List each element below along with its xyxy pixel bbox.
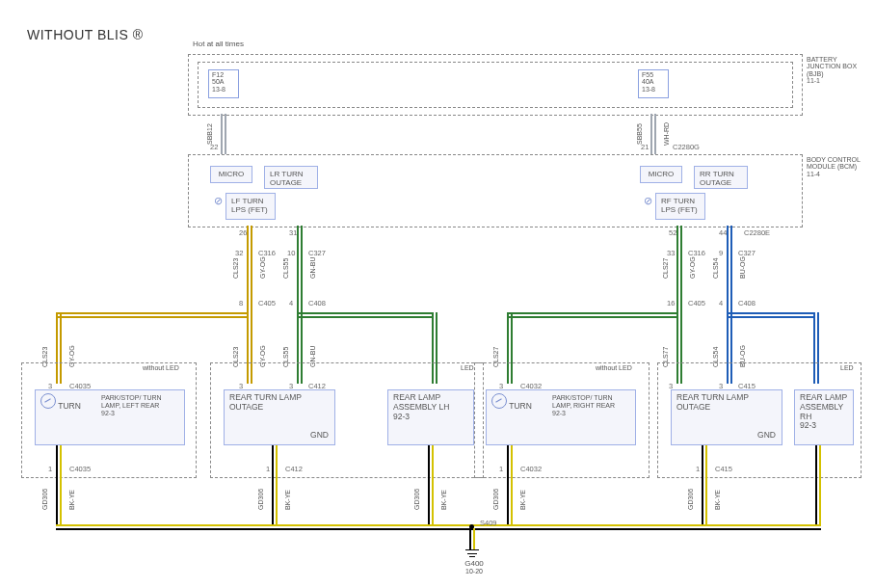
- c316-l: C316: [258, 249, 276, 257]
- rhassy-label: REAR LAMP ASSEMBLY RH: [800, 393, 848, 421]
- g4-ckt: GD306: [492, 478, 499, 521]
- g1-tag: without LED: [143, 364, 179, 371]
- bcm-lf-fet: LF TURN LPS (FET): [225, 193, 276, 220]
- bjb-ref: 11-1: [807, 77, 862, 84]
- rhassy-ref: 92-3: [800, 421, 848, 431]
- pin-c415-1: 1: [696, 465, 700, 473]
- gnd-3: [428, 445, 434, 524]
- c412-b: C412: [285, 465, 303, 473]
- wh-rd-ckt: WH-RD: [663, 118, 670, 150]
- run-tan-l: [58, 312, 249, 314]
- wire-sbb55: [650, 114, 656, 154]
- gnd-1: [56, 445, 62, 524]
- fet-icon-r: ⊘: [644, 195, 652, 207]
- wire-31: [297, 226, 303, 303]
- c2280g: C2280G: [673, 143, 700, 151]
- lhassy-ref: 92-3: [393, 413, 468, 422]
- g3-ckt: GD306: [413, 478, 420, 521]
- lamp-rh-out: REAR TURN LAMP OUTAGE GND: [671, 389, 782, 445]
- g5-ckt: GD306: [687, 478, 694, 521]
- lamp-rh-assy: REAR LAMP ASSEMBLY RH 92-3: [794, 389, 854, 445]
- c405-l: C405: [258, 299, 276, 307]
- c415-b: C415: [715, 465, 732, 473]
- wire-sbb12: [221, 114, 226, 154]
- g3-tag: without LED: [596, 364, 632, 371]
- c405-r: C405: [688, 299, 705, 307]
- bcm-ref: 11-4: [807, 171, 862, 177]
- g1-col: BK-YE: [68, 478, 75, 521]
- gnd-bus-b: [56, 528, 821, 530]
- lamp-left-rear: TURN PARK/STOP/ TURN LAMP, LEFT REAR 92-…: [35, 389, 185, 445]
- rr-label: PARK/STOP/ TURN LAMP, RIGHT REAR: [552, 394, 631, 410]
- fet-icon-l: ⊘: [214, 195, 223, 207]
- wire-44: [727, 226, 732, 303]
- c2280e: C2280E: [744, 228, 770, 237]
- pin-c412-1: 1: [266, 465, 270, 473]
- g4-tag: LED: [840, 364, 854, 371]
- rr-turn: TURN: [509, 401, 532, 411]
- lhout-gnd: GND: [310, 431, 329, 441]
- pin-c4035-1: 1: [48, 465, 52, 473]
- g5-col: BK-YE: [714, 478, 721, 521]
- c4032-b: C4032: [520, 465, 542, 473]
- g2-col: BK-YE: [284, 478, 291, 521]
- gnd-4: [507, 445, 513, 524]
- run-gn-r: [509, 312, 678, 314]
- earth-icon: [465, 549, 479, 550]
- bcm-micro-l: MICRO: [210, 166, 252, 183]
- pin-c316-32: 32: [235, 249, 243, 257]
- bcm-micro-r: MICRO: [640, 166, 682, 183]
- rhout-gnd: GND: [757, 431, 776, 441]
- bulb-icon: [40, 393, 56, 409]
- pin-c408-4: 4: [289, 299, 293, 307]
- bcm-label: BODY CONTROL MODULE (BCM) 11-4: [807, 156, 862, 177]
- pin-c316-33: 33: [667, 249, 675, 257]
- run-gn-l2: [299, 316, 434, 318]
- hot-label: Hot at all times: [193, 40, 244, 49]
- gnd-2: [272, 445, 278, 524]
- lhout-label: REAR TURN LAMP OUTAGE: [229, 393, 330, 413]
- c327-r: C327: [738, 249, 756, 257]
- c327-l: C327: [308, 249, 326, 257]
- pin-bjb-l: 22: [210, 143, 218, 151]
- gnd-6: [815, 445, 821, 524]
- lamp-lh-assy: REAR LAMP ASSEMBLY LH 92-3: [387, 389, 474, 445]
- bcm-name: BODY CONTROL MODULE (BCM): [807, 156, 862, 171]
- bjb-inner: [198, 62, 793, 108]
- lr-label: PARK/STOP/ TURN LAMP, LEFT REAR: [101, 394, 180, 410]
- rhout-label: REAR TURN LAMP OUTAGE: [676, 393, 777, 413]
- gnd-5: [702, 445, 707, 524]
- pin-c4032-1: 1: [499, 465, 503, 473]
- lamp-right-rear: TURN PARK/STOP/ TURN LAMP, RIGHT REAR 92…: [486, 389, 636, 445]
- rr-ref: 92-3: [552, 410, 631, 417]
- g4-col: BK-YE: [519, 478, 526, 521]
- g2-tag: LED: [461, 364, 474, 371]
- g1-ckt: GD306: [41, 478, 48, 521]
- run-tan-l2: [58, 316, 249, 318]
- g2-ckt: GD306: [257, 478, 264, 521]
- pin-c405-8: 8: [239, 299, 243, 307]
- lhassy-label: REAR LAMP ASSEMBLY LH: [393, 393, 468, 413]
- diagram-title: WITHOUT BLIS ®: [27, 27, 144, 42]
- bcm-rf-fet: RF TURN LPS (FET): [655, 193, 705, 220]
- gnd-stub: [469, 528, 475, 549]
- run-bu-r2: [729, 316, 815, 318]
- f55-text: F55 40A 13-8: [642, 71, 655, 93]
- lr-turn: TURN: [58, 401, 81, 411]
- bjb-name: BATTERY JUNCTION BOX (BJB): [807, 56, 862, 77]
- bulb-icon-r: [491, 393, 507, 409]
- bcm-rrout: RR TURN OUTAGE: [694, 166, 748, 189]
- f12-text: F12 50A 13-8: [212, 71, 225, 93]
- splice-label: S409: [480, 519, 497, 527]
- wire-52: [676, 226, 682, 303]
- bcm-lrout: LR TURN OUTAGE: [264, 166, 318, 189]
- pin-c327-9: 9: [719, 249, 723, 257]
- g3-col: BK-YE: [440, 478, 447, 521]
- w44-ckt: CLS54: [712, 247, 719, 289]
- pin-c405-16: 16: [667, 299, 675, 307]
- run-gn-r2: [509, 316, 678, 318]
- wire-26: [247, 226, 252, 303]
- wiring-diagram: { "title": "WITHOUT BLIS ®", "hot": "Hot…: [0, 0, 875, 588]
- pin-bjb-r: 21: [641, 143, 649, 151]
- pin-c327-10: 10: [287, 249, 295, 257]
